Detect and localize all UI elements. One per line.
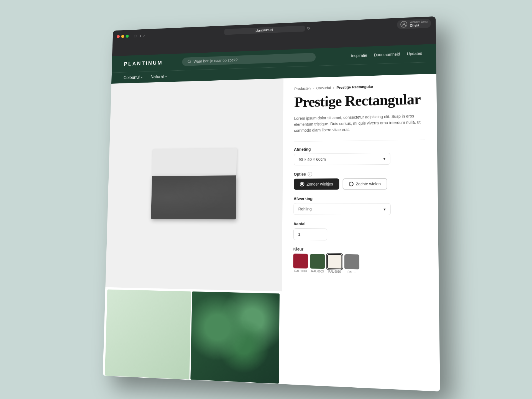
site-nav-right: Inspiratie Duurzaamheid Updates xyxy=(351,51,422,58)
option-zonder-wieltjes[interactable]: Zonder wieltjes xyxy=(294,178,339,190)
color-swatch-ralgray[interactable]: RAL ... xyxy=(344,254,359,273)
address-bar-container: ↻ xyxy=(148,22,394,38)
radio-dot-selected xyxy=(300,182,304,186)
swatch-color-ralgray xyxy=(344,254,359,269)
nav-inspiratie[interactable]: Inspiratie xyxy=(351,53,367,58)
color-swatch-ral6003[interactable]: RAL 6003 xyxy=(310,254,325,273)
breadcrumb-colourful[interactable]: Colourful xyxy=(316,86,331,90)
color-swatch-ral9010[interactable]: RAL 9010 xyxy=(327,254,342,273)
color-swatches: RAL 1013 RAL 6003 RAL 9010 RAL ... xyxy=(293,254,427,275)
quantity-section: Aantal xyxy=(293,221,426,241)
thumbnail-1[interactable] xyxy=(105,290,191,380)
finishing-dropdown[interactable]: Rohling ▾ xyxy=(293,203,390,215)
swatch-color-ral1013 xyxy=(293,254,308,268)
swatch-color-ral6003 xyxy=(310,254,325,269)
breadcrumb-sep-1: › xyxy=(313,86,314,90)
back-button[interactable]: ‹ xyxy=(140,33,141,39)
product-title: Prestige Rectangular xyxy=(294,92,425,110)
nav-updates[interactable]: Updates xyxy=(407,51,422,56)
thumbnail-2[interactable] xyxy=(190,291,280,384)
chevron-down-icon-size: ▾ xyxy=(383,156,385,161)
breadcrumb-sep-2: › xyxy=(333,86,334,90)
close-button[interactable] xyxy=(117,35,120,38)
breadcrumb: Producten › Colourful › Prestige Rectang… xyxy=(294,83,425,91)
address-input[interactable] xyxy=(224,25,305,35)
quantity-input[interactable] xyxy=(293,228,327,241)
size-dropdown[interactable]: 90 × 40 × 60cm ▾ xyxy=(294,153,390,165)
option-2-label: Zachte wielen xyxy=(356,181,381,186)
divider-1 xyxy=(294,139,425,142)
finishing-label: Afwerking xyxy=(294,196,426,201)
planter-3d-model xyxy=(151,148,237,219)
colourful-label: Colourful xyxy=(124,75,140,80)
sidebar-toggle-icon[interactable]: ⊡ xyxy=(134,34,137,38)
option-zachte-wielen[interactable]: Zachte wielen xyxy=(343,178,387,190)
chevron-down-icon: ▾ xyxy=(141,76,142,79)
search-bar[interactable]: Waar ben je naar op zoek? xyxy=(182,53,316,66)
chevron-down-icon-finishing: ▾ xyxy=(383,207,385,211)
product-detail: Producten › Colourful › Prestige Rectang… xyxy=(281,74,440,392)
natural-label: Natural xyxy=(150,74,164,79)
browser-nav-buttons: ‹ › xyxy=(140,33,145,38)
radio-dot-unselected xyxy=(349,182,354,186)
swatch-label-ral1013: RAL 1013 xyxy=(294,269,307,273)
breadcrumb-producten[interactable]: Producten xyxy=(294,86,311,91)
minimize-button[interactable] xyxy=(121,35,124,38)
color-swatch-ral1013[interactable]: RAL 1013 xyxy=(293,254,308,273)
website: PLANTINUM Waar ben je naar op zoek? Insp… xyxy=(103,44,440,392)
product-description: Lorem ipsum dolor sit amet, consectetur … xyxy=(294,112,425,134)
quantity-label: Aantal xyxy=(293,221,426,227)
options-label: Opties i xyxy=(294,171,426,176)
nav-colourful[interactable]: Colourful ▾ xyxy=(124,75,143,80)
swatch-color-ral9010 xyxy=(327,254,342,269)
info-icon[interactable]: i xyxy=(308,172,312,176)
finishing-section: Afwerking Rohling ▾ xyxy=(293,196,426,215)
product-thumbnails xyxy=(103,287,282,386)
options-section: Opties i Zonder wieltjes Zachte wiele xyxy=(294,171,426,190)
traffic-lights xyxy=(117,35,129,38)
planter-bottom xyxy=(151,175,236,219)
size-value: 90 × 40 × 60cm xyxy=(299,157,326,162)
avatar xyxy=(400,21,407,28)
maximize-button[interactable] xyxy=(126,35,129,38)
finishing-value: Rohling xyxy=(298,207,312,211)
user-pill[interactable]: Welkom terug Olivia xyxy=(397,19,431,29)
product-main-image xyxy=(105,78,283,291)
search-icon xyxy=(187,60,191,64)
option-1-label: Zonder wieltjes xyxy=(306,182,333,186)
options-radio-group: Zonder wieltjes Zachte wielen xyxy=(294,178,426,190)
swatch-label-ralgray: RAL ... xyxy=(347,270,356,274)
reload-button[interactable]: ↻ xyxy=(307,26,310,30)
nav-duurzaamheid[interactable]: Duurzaamheid xyxy=(374,52,400,57)
chevron-down-icon-2: ▾ xyxy=(165,75,167,78)
site-logo[interactable]: PLANTINUM xyxy=(124,60,163,67)
options-label-text: Opties xyxy=(294,172,306,176)
size-label: Afmeting xyxy=(294,145,425,152)
breadcrumb-current: Prestige Rectangular xyxy=(336,85,373,90)
swatch-label-ral9010: RAL 9010 xyxy=(328,270,341,273)
forward-button[interactable]: › xyxy=(143,33,145,38)
product-images xyxy=(103,78,283,386)
radio-dot-inner xyxy=(301,183,303,185)
color-label: Kleur xyxy=(293,247,426,253)
nav-natural[interactable]: Natural ▾ xyxy=(150,74,167,80)
username-text: Olivia xyxy=(410,23,428,27)
size-section: Afmeting 90 × 40 × 60cm ▾ xyxy=(294,145,425,165)
planter-top xyxy=(152,148,237,176)
search-placeholder: Waar ben je naar op zoek? xyxy=(194,58,238,64)
color-section: Kleur RAL 1013 RAL 6003 RAL 9010 xyxy=(293,247,427,275)
site-main: Producten › Colourful › Prestige Rectang… xyxy=(103,74,440,392)
swatch-label-ral6003: RAL 6003 xyxy=(311,270,324,273)
